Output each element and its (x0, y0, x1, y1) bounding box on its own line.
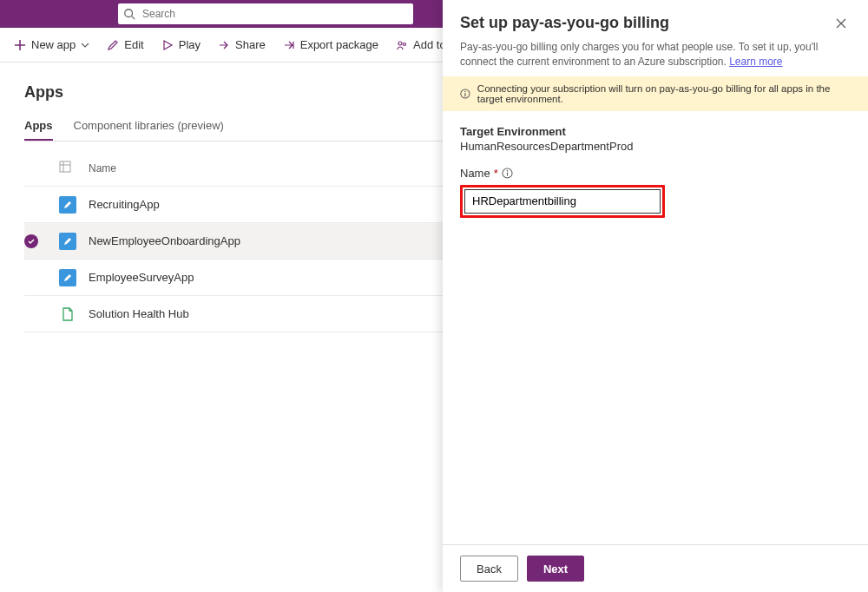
svg-point-3 (404, 43, 406, 45)
share-label: Share (235, 38, 266, 51)
target-env-label: Target Environment (460, 125, 851, 138)
search-input[interactable] (141, 7, 408, 21)
export-icon (283, 39, 295, 51)
new-app-button[interactable]: New app (7, 35, 96, 55)
back-button[interactable]: Back (460, 556, 518, 582)
canvas-app-icon (59, 233, 76, 250)
edit-button[interactable]: Edit (100, 35, 150, 55)
svg-point-10 (506, 169, 508, 171)
next-button[interactable]: Next (527, 556, 584, 582)
svg-point-7 (464, 90, 466, 92)
info-icon[interactable] (502, 168, 513, 179)
info-banner: Connecting your subscription will turn o… (443, 76, 868, 111)
panel-description: Pay-as-you-go billing only charges you f… (460, 40, 851, 69)
edit-label: Edit (124, 38, 143, 51)
play-icon (161, 39, 174, 51)
row-selected-check-icon[interactable] (24, 234, 38, 248)
info-icon (460, 88, 470, 100)
svg-rect-11 (507, 172, 508, 175)
name-input-highlight (460, 185, 665, 218)
learn-more-link[interactable]: Learn more (729, 56, 782, 68)
teams-icon (396, 39, 408, 51)
info-banner-text: Connecting your subscription will turn o… (477, 83, 851, 104)
billing-name-input[interactable] (464, 189, 661, 214)
target-env-value: HumanResourcesDepartmentProd (460, 140, 851, 153)
payg-panel: Set up pay-as-you-go billing Pay-as-you-… (443, 0, 868, 592)
chevron-down-icon (81, 41, 89, 49)
search-icon (123, 8, 135, 20)
column-picker-icon[interactable] (59, 161, 71, 173)
panel-title: Set up pay-as-you-go billing (460, 14, 669, 32)
new-app-label: New app (31, 38, 76, 51)
canvas-app-icon (59, 196, 76, 214)
name-field-label: Name * (460, 167, 851, 180)
tab-apps[interactable]: Apps (24, 112, 53, 141)
export-label: Export package (300, 38, 378, 51)
play-button[interactable]: Play (155, 35, 207, 55)
model-app-icon (59, 306, 76, 323)
close-icon (835, 17, 847, 30)
pencil-icon (107, 39, 119, 51)
panel-footer: Back Next (443, 544, 868, 592)
svg-line-1 (132, 16, 135, 20)
svg-point-2 (398, 42, 402, 45)
required-mark: * (494, 167, 498, 180)
svg-rect-5 (60, 161, 70, 172)
svg-point-0 (125, 10, 133, 17)
panel-header: Set up pay-as-you-go billing Pay-as-you-… (443, 0, 868, 76)
share-icon (218, 39, 230, 51)
search-box[interactable] (118, 3, 413, 24)
panel-body: Target Environment HumanResourcesDepartm… (443, 111, 868, 544)
play-label: Play (179, 38, 201, 51)
tab-component-libraries[interactable]: Component libraries (preview) (74, 112, 224, 141)
panel-close-button[interactable] (832, 14, 851, 36)
plus-icon (14, 39, 26, 51)
canvas-app-icon (59, 269, 76, 286)
share-button[interactable]: Share (211, 35, 273, 55)
export-package-button[interactable]: Export package (276, 35, 385, 55)
svg-rect-8 (464, 93, 465, 96)
